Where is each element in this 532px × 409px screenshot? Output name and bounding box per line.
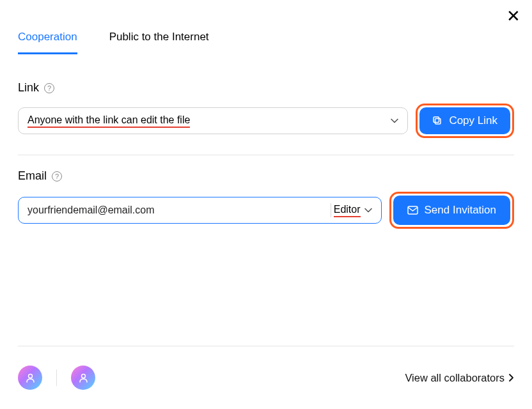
- footer: View all collaborators: [18, 346, 514, 390]
- role-select[interactable]: Editor: [334, 204, 372, 217]
- link-permission-select[interactable]: Anyone with the link can edit the file: [18, 107, 408, 134]
- svg-rect-1: [434, 117, 439, 123]
- person-icon: [78, 373, 89, 383]
- chevron-down-icon: [391, 118, 398, 123]
- copy-link-label: Copy Link: [449, 114, 497, 127]
- role-text: Editor: [334, 204, 361, 217]
- email-help-icon[interactable]: ?: [52, 171, 62, 181]
- link-help-icon[interactable]: ?: [44, 83, 54, 93]
- svg-rect-0: [435, 119, 441, 125]
- copy-icon: [432, 116, 442, 126]
- share-dialog: Cooperation Public to the Internet Link …: [0, 0, 532, 229]
- email-section: Email ? Editor Send Invitati: [18, 169, 514, 229]
- avatar[interactable]: [71, 366, 95, 390]
- view-all-collaborators-link[interactable]: View all collaborators: [405, 372, 514, 384]
- email-input[interactable]: [27, 204, 325, 216]
- send-invitation-button[interactable]: Send Invitation: [393, 196, 510, 225]
- collaborator-avatars: [18, 366, 95, 390]
- svg-rect-2: [408, 206, 418, 214]
- svg-point-4: [81, 374, 85, 378]
- avatar-separator: [56, 369, 57, 386]
- role-separator: [331, 203, 331, 217]
- link-section: Link ? Anyone with the link can edit the…: [18, 81, 514, 138]
- copy-link-button[interactable]: Copy Link: [419, 107, 510, 134]
- tab-cooperation[interactable]: Cooperation: [18, 26, 77, 54]
- footer-divider: [18, 346, 514, 346]
- chevron-right-icon: [508, 373, 514, 382]
- mail-icon: [407, 206, 418, 215]
- email-label: Email: [18, 169, 47, 183]
- close-button[interactable]: ✕: [506, 8, 520, 24]
- link-label: Link: [18, 81, 39, 95]
- tabs: Cooperation Public to the Internet: [18, 26, 514, 54]
- close-icon: ✕: [506, 6, 520, 26]
- divider: [18, 155, 514, 155]
- tab-public-internet[interactable]: Public to the Internet: [109, 26, 209, 54]
- copy-link-highlight: Copy Link: [416, 104, 514, 138]
- view-all-label: View all collaborators: [405, 372, 505, 384]
- link-permission-text: Anyone with the link can edit the file: [27, 114, 190, 128]
- send-invitation-label: Send Invitation: [425, 204, 496, 217]
- person-icon: [25, 373, 36, 383]
- send-invitation-highlight: Send Invitation: [389, 192, 514, 229]
- svg-point-3: [28, 374, 32, 378]
- chevron-down-icon: [364, 208, 372, 213]
- avatar[interactable]: [18, 366, 42, 390]
- email-field-wrapper: Editor: [18, 197, 382, 224]
